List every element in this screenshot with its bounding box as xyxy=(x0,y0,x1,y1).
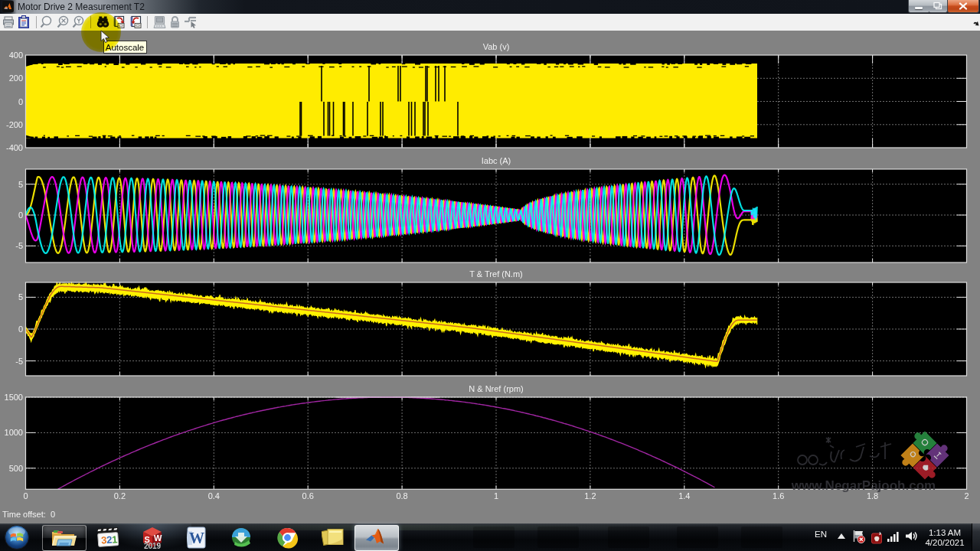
svg-text:N & Nref (rpm): N & Nref (rpm) xyxy=(469,384,524,393)
svg-text:1: 1 xyxy=(112,533,118,545)
svg-text:Iabc (A): Iabc (A) xyxy=(482,156,511,165)
svg-text:5: 5 xyxy=(18,180,23,189)
svg-text:1.6: 1.6 xyxy=(773,491,784,500)
svg-text:-5: -5 xyxy=(15,357,23,366)
svg-text:200: 200 xyxy=(9,73,23,83)
svg-text:0.6: 0.6 xyxy=(302,491,314,500)
svg-text:0: 0 xyxy=(18,324,23,334)
svg-text:1000: 1000 xyxy=(5,428,23,437)
svg-text:0.4: 0.4 xyxy=(208,491,220,500)
svg-text:www.NegarPajooh.com: www.NegarPajooh.com xyxy=(791,478,936,493)
svg-text:1.2: 1.2 xyxy=(584,491,596,500)
svg-text:0.8: 0.8 xyxy=(396,491,407,500)
svg-text:2019: 2019 xyxy=(144,542,162,549)
svg-text:500: 500 xyxy=(9,464,23,473)
svg-text:Vab (v): Vab (v) xyxy=(483,42,510,51)
svg-text:0: 0 xyxy=(18,210,23,220)
svg-text:0: 0 xyxy=(51,510,55,519)
svg-text:0: 0 xyxy=(18,97,23,106)
svg-text:5: 5 xyxy=(18,292,23,302)
svg-text:0: 0 xyxy=(23,491,28,500)
svg-text:-200: -200 xyxy=(6,120,23,129)
svg-text:T & Tref (N.m): T & Tref (N.m) xyxy=(469,269,522,279)
svg-text:W: W xyxy=(189,530,204,546)
svg-text:-400: -400 xyxy=(6,143,23,152)
svg-text:400: 400 xyxy=(9,51,23,60)
svg-text:-5: -5 xyxy=(15,241,23,250)
svg-text:1.4: 1.4 xyxy=(678,491,690,500)
svg-text:1: 1 xyxy=(494,491,498,500)
svg-text:1500: 1500 xyxy=(5,393,23,402)
svg-text:2: 2 xyxy=(964,491,969,500)
svg-text:0.2: 0.2 xyxy=(114,491,126,500)
svg-text:Time offset:: Time offset: xyxy=(2,510,46,519)
